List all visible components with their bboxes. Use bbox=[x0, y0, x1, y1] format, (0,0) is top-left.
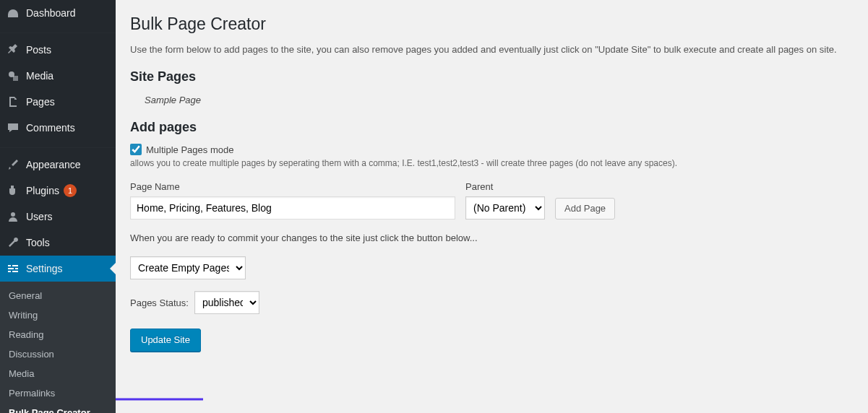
add-page-button[interactable]: Add Page bbox=[555, 198, 615, 219]
submenu-item-bulk-page-creator[interactable]: Bulk Page Creator bbox=[0, 403, 116, 413]
multiple-mode-hint: allows you to create multiple pages by s… bbox=[130, 158, 854, 168]
sidebar-item-settings[interactable]: Settings bbox=[0, 256, 116, 282]
submenu-item-discussion[interactable]: Discussion bbox=[0, 344, 116, 364]
sidebar-item-posts[interactable]: Posts bbox=[0, 37, 116, 63]
sidebar-item-comments[interactable]: Comments bbox=[0, 115, 116, 141]
menu-separator bbox=[0, 30, 116, 33]
sidebar-item-label: Media bbox=[26, 70, 53, 82]
submenu-item-writing[interactable]: Writing bbox=[0, 305, 116, 325]
site-pages-heading: Site Pages bbox=[130, 69, 854, 84]
sidebar-item-users[interactable]: Users bbox=[0, 204, 116, 230]
pin-icon bbox=[6, 43, 20, 57]
multiple-mode-checkbox[interactable] bbox=[130, 144, 142, 155]
page-name-label: Page Name bbox=[130, 181, 455, 192]
admin-sidebar: Dashboard Posts Media Pages Comments App… bbox=[0, 0, 116, 413]
sidebar-item-label: Settings bbox=[26, 263, 63, 274]
annotation-arrow bbox=[116, 394, 207, 404]
sliders-icon bbox=[6, 261, 20, 276]
sidebar-item-tools[interactable]: Tools bbox=[0, 230, 116, 256]
pages-status-select[interactable]: published bbox=[194, 291, 259, 314]
brush-icon bbox=[6, 157, 20, 172]
media-icon bbox=[6, 69, 20, 83]
sidebar-item-label: Tools bbox=[26, 237, 50, 248]
sidebar-item-label: Pages bbox=[26, 96, 55, 108]
update-badge: 1 bbox=[64, 184, 77, 197]
site-pages-list: Sample Page bbox=[145, 93, 854, 107]
dashboard-icon bbox=[6, 6, 20, 20]
sidebar-item-plugins[interactable]: Plugins 1 bbox=[0, 178, 116, 204]
page-description: Use the form below to add pages to the s… bbox=[130, 44, 854, 55]
submenu-item-permalinks[interactable]: Permalinks bbox=[0, 383, 116, 403]
parent-label: Parent bbox=[465, 181, 545, 192]
submenu-item-general[interactable]: General bbox=[0, 286, 116, 305]
sidebar-item-media[interactable]: Media bbox=[0, 63, 116, 89]
sidebar-item-label: Posts bbox=[26, 44, 51, 56]
sidebar-item-label: Comments bbox=[26, 122, 75, 134]
svg-point-1 bbox=[11, 212, 15, 217]
sidebar-item-label: Users bbox=[26, 211, 53, 222]
sidebar-item-appearance[interactable]: Appearance bbox=[0, 152, 116, 178]
page-name-input[interactable] bbox=[130, 196, 455, 219]
menu-separator bbox=[0, 144, 116, 148]
sidebar-item-label: Appearance bbox=[26, 159, 81, 170]
wrench-icon bbox=[6, 235, 20, 250]
template-select[interactable]: Create Empty Pages bbox=[130, 256, 246, 279]
sidebar-item-dashboard[interactable]: Dashboard bbox=[0, 0, 116, 26]
sidebar-item-label: Plugins bbox=[26, 185, 59, 196]
pages-status-label: Pages Status: bbox=[130, 297, 189, 308]
sidebar-item-pages[interactable]: Pages bbox=[0, 89, 116, 115]
commit-text: When you are ready to commit your change… bbox=[130, 232, 854, 243]
update-site-button[interactable]: Update Site bbox=[130, 329, 201, 352]
add-pages-heading: Add pages bbox=[130, 120, 854, 135]
settings-submenu: General Writing Reading Discussion Media… bbox=[0, 282, 116, 413]
main-content: Bulk Page Creator Use the form below to … bbox=[116, 0, 868, 413]
comment-icon bbox=[6, 121, 20, 135]
page-title: Bulk Page Creator bbox=[130, 14, 854, 34]
plug-icon bbox=[6, 183, 20, 198]
parent-select[interactable]: (No Parent) bbox=[465, 196, 545, 219]
list-item: Sample Page bbox=[145, 93, 854, 107]
user-icon bbox=[6, 209, 20, 224]
page-icon bbox=[6, 95, 20, 109]
multiple-mode-label: Multiple Pages mode bbox=[146, 144, 233, 155]
submenu-item-media[interactable]: Media bbox=[0, 364, 116, 383]
submenu-item-reading[interactable]: Reading bbox=[0, 325, 116, 344]
sidebar-item-label: Dashboard bbox=[26, 7, 76, 19]
